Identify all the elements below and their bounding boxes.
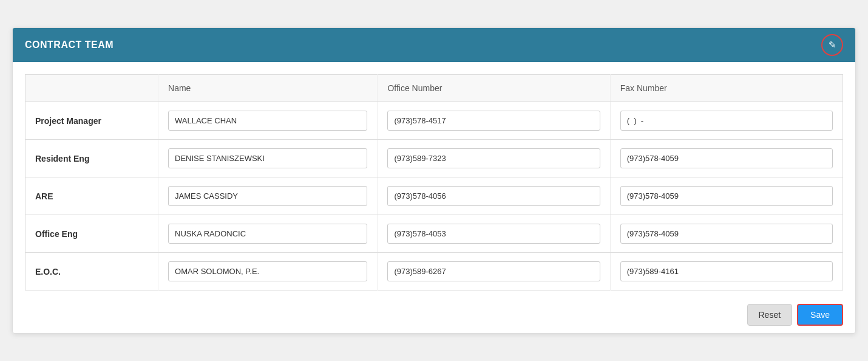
cell-office-2 <box>378 177 610 215</box>
input-name-3[interactable] <box>168 224 367 244</box>
header-title: CONTRACT TEAM <box>25 40 114 50</box>
table-header-row: Name Office Number Fax Number <box>25 75 843 102</box>
cell-name-0 <box>158 102 378 140</box>
header: CONTRACT TEAM ✎ <box>13 28 855 62</box>
col-header-office: Office Number <box>378 75 610 102</box>
row-label-4: E.O.C. <box>25 253 158 291</box>
cell-name-1 <box>158 140 378 177</box>
cell-fax-3 <box>610 215 843 253</box>
input-fax-1[interactable] <box>620 148 833 168</box>
cell-name-4 <box>158 253 378 291</box>
table-row: Office Eng <box>25 215 843 253</box>
table-row: ARE <box>25 177 843 215</box>
input-fax-0[interactable] <box>620 111 833 131</box>
edit-button[interactable]: ✎ <box>821 34 843 56</box>
input-office-1[interactable] <box>387 148 600 168</box>
cell-name-2 <box>158 177 378 215</box>
input-name-0[interactable] <box>168 111 367 131</box>
footer: Reset Save <box>13 297 855 333</box>
cell-name-3 <box>158 215 378 253</box>
table-row: E.O.C. <box>25 253 843 291</box>
row-label-2: ARE <box>25 177 158 215</box>
table-row: Resident Eng <box>25 140 843 177</box>
cell-office-3 <box>378 215 610 253</box>
row-label-1: Resident Eng <box>25 140 158 177</box>
col-header-label <box>25 75 158 102</box>
input-office-0[interactable] <box>387 111 600 131</box>
col-header-fax: Fax Number <box>610 75 843 102</box>
input-name-4[interactable] <box>168 261 367 281</box>
cell-office-0 <box>378 102 610 140</box>
save-button[interactable]: Save <box>797 304 843 326</box>
cell-fax-1 <box>610 140 843 177</box>
table-container: Name Office Number Fax Number Project Ma… <box>13 62 855 297</box>
input-fax-2[interactable] <box>620 186 833 206</box>
table-row: Project Manager <box>25 102 843 140</box>
edit-icon: ✎ <box>829 40 836 50</box>
cell-fax-4 <box>610 253 843 291</box>
row-label-0: Project Manager <box>25 102 158 140</box>
input-fax-4[interactable] <box>620 261 833 281</box>
cell-office-4 <box>378 253 610 291</box>
col-header-name: Name <box>158 75 378 102</box>
input-office-2[interactable] <box>387 186 600 206</box>
input-name-1[interactable] <box>168 148 367 168</box>
input-fax-3[interactable] <box>620 224 833 244</box>
cell-fax-2 <box>610 177 843 215</box>
input-office-4[interactable] <box>387 261 600 281</box>
reset-button[interactable]: Reset <box>747 304 793 326</box>
cell-fax-0 <box>610 102 843 140</box>
row-label-3: Office Eng <box>25 215 158 253</box>
contract-team-card: CONTRACT TEAM ✎ Name Office Number Fax N… <box>12 27 856 334</box>
input-name-2[interactable] <box>168 186 367 206</box>
contract-table: Name Office Number Fax Number Project Ma… <box>25 74 843 291</box>
input-office-3[interactable] <box>387 224 600 244</box>
cell-office-1 <box>378 140 610 177</box>
